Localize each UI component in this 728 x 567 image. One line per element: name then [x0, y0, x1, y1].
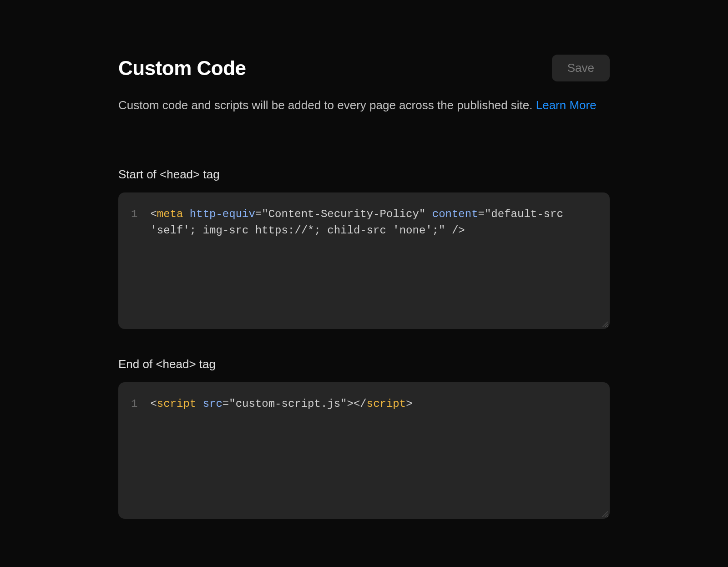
- settings-panel: Custom Code Save Custom code and scripts…: [118, 0, 610, 519]
- divider: [118, 139, 610, 139]
- section-label-head-start: Start of <head> tag: [118, 167, 610, 182]
- code-token: http-equiv: [190, 208, 255, 220]
- line-number: 1: [131, 396, 137, 412]
- code-token: ></: [347, 398, 367, 410]
- code-content-head-end[interactable]: <script src="custom-script.js"></script>: [146, 382, 610, 519]
- code-token: meta: [157, 208, 183, 220]
- section-label-head-end: End of <head> tag: [118, 357, 610, 371]
- section-head-end: End of <head> tag 1 <script src="custom-…: [118, 357, 610, 519]
- code-token: "custom-script.js": [229, 398, 347, 410]
- code-token: =: [478, 208, 485, 220]
- code-token: content: [432, 208, 478, 220]
- code-token: >: [406, 398, 412, 410]
- description-text: Custom code and scripts will be added to…: [118, 97, 610, 113]
- code-token: <: [150, 398, 157, 410]
- code-token: script: [367, 398, 406, 410]
- line-number: 1: [131, 206, 137, 223]
- code-editor-head-end[interactable]: 1 <script src="custom-script.js"></scrip…: [118, 382, 610, 519]
- section-head-start: Start of <head> tag 1 <meta http-equiv="…: [118, 167, 610, 329]
- code-token: "Content-Security-Policy": [262, 208, 425, 220]
- code-token: src: [203, 398, 222, 410]
- code-token: script: [157, 398, 196, 410]
- save-button[interactable]: Save: [552, 55, 610, 81]
- code-content-head-start[interactable]: <meta http-equiv="Content-Security-Polic…: [146, 192, 610, 329]
- description-body: Custom code and scripts will be added to…: [118, 98, 536, 112]
- header-row: Custom Code Save: [118, 55, 610, 81]
- code-token: =: [255, 208, 262, 220]
- code-token: [196, 398, 202, 410]
- code-token: =: [222, 398, 229, 410]
- page-title: Custom Code: [118, 57, 246, 80]
- code-token: [425, 208, 432, 220]
- code-token: <: [150, 208, 157, 220]
- learn-more-link[interactable]: Learn More: [536, 98, 597, 112]
- code-token: />: [445, 224, 465, 237]
- code-editor-head-start[interactable]: 1 <meta http-equiv="Content-Security-Pol…: [118, 192, 610, 329]
- line-gutter: 1: [118, 382, 146, 519]
- code-token: [183, 208, 189, 220]
- line-gutter: 1: [118, 192, 146, 329]
